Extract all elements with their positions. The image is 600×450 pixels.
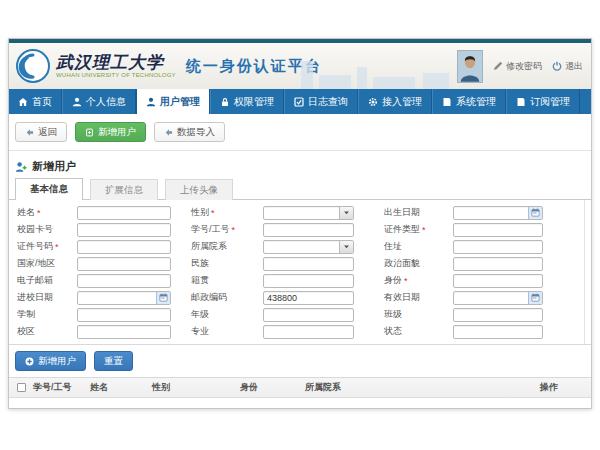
calendar-icon xyxy=(159,293,168,302)
select-input[interactable] xyxy=(264,241,339,253)
form-field-label: 有效日期 xyxy=(384,291,453,304)
text-field xyxy=(263,257,354,271)
calendar-icon xyxy=(531,208,540,217)
data-import-label: 数据导入 xyxy=(177,126,215,139)
add-user-toolbar-button[interactable]: 新增用户 xyxy=(75,122,146,142)
tab-1[interactable]: 基本信息 xyxy=(15,178,83,200)
nav-item-label: 用户管理 xyxy=(160,95,200,109)
logout-link[interactable]: 退出 xyxy=(552,60,583,73)
form-row: 学制年级班级 xyxy=(9,306,591,323)
text-input[interactable] xyxy=(78,309,170,321)
form-field-label: 校园卡号 xyxy=(17,223,77,236)
text-input[interactable] xyxy=(264,275,353,287)
tab-label: 上传头像 xyxy=(180,184,218,197)
text-field xyxy=(77,308,171,322)
section-header: 新增用户 xyxy=(9,151,591,175)
text-field xyxy=(263,291,354,305)
users-table-empty-body xyxy=(9,398,591,408)
text-input[interactable] xyxy=(454,275,542,287)
user-avatar[interactable] xyxy=(457,50,483,83)
form-row: 校园卡号学号/工号*证件类型* xyxy=(9,221,591,238)
date-field xyxy=(453,291,543,305)
nav-item-label: 日志查询 xyxy=(308,95,348,109)
submit-add-user-label: 新增用户 xyxy=(38,355,76,368)
select-input[interactable] xyxy=(264,207,339,219)
text-input[interactable] xyxy=(264,258,353,270)
text-input[interactable] xyxy=(78,224,170,236)
required-asterisk: * xyxy=(37,208,41,218)
form-field-label: 专业 xyxy=(191,325,263,338)
text-input[interactable] xyxy=(454,258,542,270)
nav-item-5[interactable]: 日志查询 xyxy=(284,89,358,114)
table-header-cell: 性别 xyxy=(152,381,240,394)
dropdown-button[interactable] xyxy=(339,207,353,219)
text-input[interactable] xyxy=(78,207,170,219)
form-field-label: 状态 xyxy=(384,325,453,338)
text-field xyxy=(77,240,171,254)
new-user-form: 姓名*性别*出生日期校园卡号学号/工号*证件类型*证件号码*所属院系住址国家/地… xyxy=(9,200,591,345)
main-nav: 首页个人信息用户管理权限管理日志查询接入管理系统管理订阅管理 xyxy=(9,89,591,114)
text-field xyxy=(263,308,354,322)
toolbar: 返回 新增用户 数据导入 xyxy=(9,114,591,151)
form-field-label: 政治面貌 xyxy=(384,257,453,270)
text-input[interactable] xyxy=(264,326,353,338)
required-asterisk: * xyxy=(55,242,59,252)
plus-circle-icon xyxy=(25,357,34,366)
building-silhouette xyxy=(357,67,367,89)
text-input[interactable] xyxy=(454,326,542,338)
text-input[interactable] xyxy=(264,224,353,236)
table-header-cell: 所属院系 xyxy=(305,381,540,394)
back-button[interactable]: 返回 xyxy=(15,122,67,142)
date-input[interactable] xyxy=(78,292,156,304)
tab-2[interactable]: 扩展信息 xyxy=(90,179,158,200)
text-input[interactable] xyxy=(264,292,353,304)
data-import-button[interactable]: 数据导入 xyxy=(154,122,225,142)
table-header-cell: 姓名 xyxy=(90,381,152,394)
text-input[interactable] xyxy=(78,258,170,270)
form-field-label: 进校日期 xyxy=(17,291,77,304)
form-row: 电子邮箱籍贯身份* xyxy=(9,272,591,289)
text-input[interactable] xyxy=(454,241,542,253)
calendar-icon xyxy=(531,293,540,302)
caret-down-icon xyxy=(342,208,351,217)
submit-add-user-button[interactable]: 新增用户 xyxy=(15,351,86,371)
date-input[interactable] xyxy=(454,207,528,219)
university-name-en: WUHAN UNIVERSITY OF TECHNOLOGY xyxy=(56,72,176,78)
calendar-button[interactable] xyxy=(156,292,170,304)
nav-item-8[interactable]: 订阅管理 xyxy=(506,89,580,114)
change-password-link[interactable]: 修改密码 xyxy=(493,60,542,73)
text-input[interactable] xyxy=(78,241,170,253)
select-all-checkbox[interactable] xyxy=(17,383,26,392)
nav-item-2[interactable]: 个人信息 xyxy=(62,89,136,114)
nav-item-label: 订阅管理 xyxy=(530,95,570,109)
form-field-label: 电子邮箱 xyxy=(17,274,77,287)
nav-item-4[interactable]: 权限管理 xyxy=(210,89,284,114)
nav-item-3[interactable]: 用户管理 xyxy=(136,89,210,114)
form-field-label: 年级 xyxy=(191,308,263,321)
add-user-toolbar-label: 新增用户 xyxy=(98,126,136,139)
nav-item-6[interactable]: 接入管理 xyxy=(358,89,432,114)
tab-label: 扩展信息 xyxy=(105,184,143,197)
date-input[interactable] xyxy=(454,292,528,304)
section-title: 新增用户 xyxy=(32,159,76,174)
reset-button[interactable]: 重置 xyxy=(94,351,133,371)
building-silhouette xyxy=(301,61,313,89)
calendar-button[interactable] xyxy=(528,292,542,304)
dropdown-button[interactable] xyxy=(339,241,353,253)
text-input[interactable] xyxy=(454,224,542,236)
text-input[interactable] xyxy=(78,326,170,338)
text-input[interactable] xyxy=(264,309,353,321)
form-field-label: 姓名* xyxy=(17,206,77,219)
table-header-cell: 操作 xyxy=(540,381,591,394)
form-field-label: 出生日期 xyxy=(384,206,453,219)
book-icon xyxy=(442,97,452,107)
nav-item-7[interactable]: 系统管理 xyxy=(432,89,506,114)
tab-3[interactable]: 上传头像 xyxy=(165,179,233,200)
text-input[interactable] xyxy=(454,309,542,321)
logout-label: 退出 xyxy=(565,60,583,73)
university-name-block: 武汉理工大学 WUHAN UNIVERSITY OF TECHNOLOGY xyxy=(56,54,176,78)
text-input[interactable] xyxy=(78,275,170,287)
calendar-button[interactable] xyxy=(528,207,542,219)
building-silhouette xyxy=(423,73,449,89)
nav-item-1[interactable]: 首页 xyxy=(9,89,62,114)
